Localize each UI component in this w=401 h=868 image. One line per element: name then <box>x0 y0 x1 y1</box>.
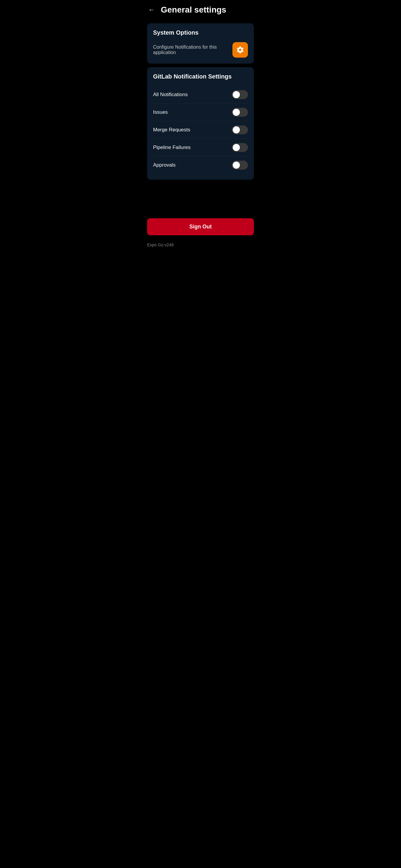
configure-notifications-text: Configure Notifications for this applica… <box>153 44 232 55</box>
toggle-issues[interactable] <box>232 108 248 117</box>
toggle-approvals[interactable] <box>232 161 248 169</box>
toggle-pipeline-failures[interactable] <box>232 143 248 152</box>
toggle-row-merge-requests: Merge Requests <box>153 121 248 139</box>
sign-out-button[interactable]: Sign Out <box>147 218 254 235</box>
system-options-card: System Options Configure Notifications f… <box>147 23 254 64</box>
system-options-row: Configure Notifications for this applica… <box>153 42 248 58</box>
gear-icon <box>236 46 244 54</box>
toggle-label-pipeline-failures: Pipeline Failures <box>153 145 191 151</box>
toggle-label-merge-requests: Merge Requests <box>153 127 190 133</box>
toggle-row-approvals: Approvals <box>153 156 248 174</box>
toggle-label-all-notifications: All Notifications <box>153 92 188 98</box>
toggle-row-issues: Issues <box>153 103 248 121</box>
system-settings-button[interactable] <box>232 42 248 58</box>
toggle-all-notifications[interactable] <box>232 90 248 99</box>
toggle-row-pipeline-failures: Pipeline Failures <box>153 139 248 156</box>
system-options-title: System Options <box>153 29 248 36</box>
header: ← General settings <box>142 0 259 20</box>
toggle-merge-requests[interactable] <box>232 125 248 134</box>
toggle-label-approvals: Approvals <box>153 162 176 168</box>
toggle-label-issues: Issues <box>153 109 168 115</box>
toggle-row-all-notifications: All Notifications <box>153 86 248 103</box>
back-button[interactable]: ← <box>147 5 156 15</box>
page-title: General settings <box>161 5 226 14</box>
footer-version: Expo Go v249 <box>142 240 259 252</box>
main-content: System Options Configure Notifications f… <box>142 20 259 218</box>
gitlab-settings-card: GitLab Notification Settings All Notific… <box>147 67 254 180</box>
gitlab-settings-title: GitLab Notification Settings <box>153 73 248 80</box>
